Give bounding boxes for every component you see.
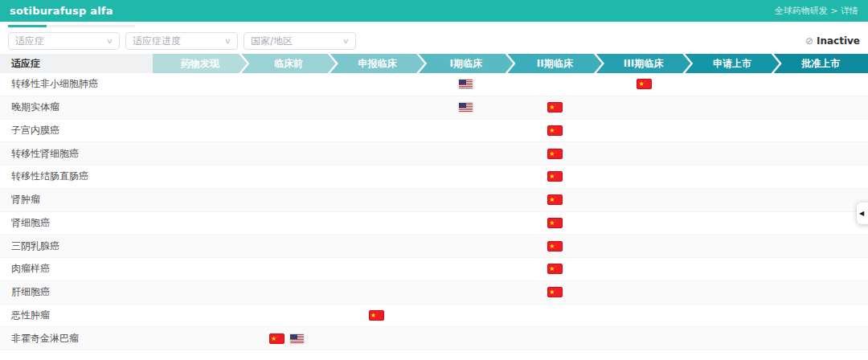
phase-label: II期临床: [537, 58, 573, 69]
tab-track: [8, 25, 135, 27]
phase-label: 临床前: [274, 58, 303, 69]
phase-cell: [600, 120, 689, 142]
indication-filter-select[interactable]: 适应症 ∨: [8, 32, 120, 50]
phase-cell: [779, 258, 868, 280]
drug-detail-page: sotiburafusp alfa 全球药物研发 > 详情 适应症 ∨ 适应症进…: [0, 0, 868, 360]
phase-cell: [600, 258, 689, 280]
phase-cell: [690, 258, 779, 280]
us-flag-icon[interactable]: [458, 102, 473, 112]
pipeline-rows: 转移性非小细胞肺癌★⁖晚期实体瘤★⁖子宫内膜癌★⁖转移性肾细胞癌★⁖转移性结肠直…: [0, 73, 868, 350]
phase-cell: [153, 305, 242, 327]
phase-cell: [600, 305, 689, 327]
progress-filter-select[interactable]: 适应症进度 ∨: [125, 32, 238, 50]
phase-cell: [779, 120, 868, 142]
china-flag-icon[interactable]: ★⁖: [547, 241, 563, 252]
phase-cell: [600, 212, 689, 235]
phase-label: 申请上市: [713, 58, 751, 69]
phase-cell: ★⁖: [510, 258, 600, 280]
phase-cell: [153, 166, 242, 188]
active-tab-indicator: [8, 25, 47, 27]
china-flag-icon[interactable]: ★⁖: [547, 125, 563, 136]
china-flag-icon[interactable]: ★⁖: [637, 79, 652, 89]
us-flag-icon[interactable]: [289, 333, 305, 344]
phase-header-segment: 药物发现: [153, 54, 247, 73]
table-row: 非霍奇金淋巴瘤★⁖: [0, 327, 868, 350]
phase-cell: [421, 258, 510, 280]
phase-cell: [242, 120, 331, 142]
indication-label: 恶性肿瘤: [0, 309, 153, 322]
phase-cell: [153, 120, 242, 142]
phase-cell: [242, 235, 331, 257]
region-filter-select[interactable]: 国家/地区 ∨: [244, 32, 356, 50]
phase-cell: [690, 327, 779, 350]
chevron-down-icon: ∨: [342, 37, 350, 45]
table-row: 三阴乳腺癌★⁖: [0, 235, 868, 258]
breadcrumb[interactable]: 全球药物研发 > 详情: [775, 5, 858, 17]
table-row: 转移性非小细胞肺癌★⁖: [0, 73, 868, 96]
phase-header-segment: 申报临床: [330, 54, 424, 73]
drug-title: sotiburafusp alfa: [10, 5, 113, 17]
phase-cell: [690, 96, 779, 119]
indication-column-header: 适应症: [0, 54, 153, 73]
phase-cell: ★⁖: [510, 142, 600, 165]
china-flag-icon[interactable]: ★⁖: [547, 264, 563, 274]
china-flag-icon[interactable]: ★⁖: [547, 194, 563, 205]
phase-cell: [153, 142, 242, 165]
china-flag-icon[interactable]: ★⁖: [547, 287, 563, 297]
inactive-label: Inactive: [817, 35, 860, 47]
us-flag-canton: [290, 334, 297, 339]
table-row: 肉瘤样癌★⁖: [0, 258, 868, 281]
phase-cell: [242, 96, 331, 119]
phase-cell: [421, 166, 510, 188]
phase-label: 批准上市: [801, 58, 840, 69]
phase-cell: ★⁖: [332, 305, 421, 327]
collapse-panel-button[interactable]: ◀: [857, 202, 868, 224]
phase-cell: [690, 189, 779, 211]
china-flag-icon[interactable]: ★⁖: [547, 171, 563, 182]
phase-cell: [421, 96, 510, 119]
table-row: 肾细胞癌★⁖: [0, 212, 868, 235]
phase-cell: [421, 305, 510, 327]
phase-cell: [332, 189, 421, 211]
cn-flag-small-stars: ⁖: [555, 264, 556, 268]
phase-cell: [600, 96, 689, 119]
phase-header-segment: III期临床: [596, 54, 690, 73]
cn-flag-small-stars: ⁖: [555, 219, 556, 223]
china-flag-icon[interactable]: ★⁖: [547, 218, 563, 228]
phase-header-segment: 申请上市: [685, 54, 779, 73]
table-row: 子宫内膜癌★⁖: [0, 120, 868, 143]
indication-label: 肾肿瘤: [0, 193, 153, 207]
china-flag-icon[interactable]: ★⁖: [369, 310, 384, 321]
phase-cell: [779, 305, 868, 327]
phase-cell: [779, 166, 868, 188]
indication-label: 子宫内膜癌: [0, 124, 153, 137]
phase-cell: [242, 281, 331, 304]
phase-cell: ★⁖: [510, 96, 600, 119]
phase-cell: [421, 212, 510, 235]
phase-cell: [242, 73, 331, 96]
us-flag-canton: [459, 103, 466, 108]
us-flag-icon[interactable]: [458, 79, 473, 89]
cn-flag-small-stars: ⁖: [555, 103, 556, 107]
china-flag-icon[interactable]: ★⁖: [547, 102, 563, 112]
phase-cell: ★⁖: [242, 327, 331, 350]
phase-cell: ★⁖: [510, 281, 600, 304]
phase-cell: ★⁖: [510, 120, 600, 142]
region-filter-placeholder: 国家/地区: [251, 35, 293, 48]
indication-filter-placeholder: 适应症: [15, 35, 44, 48]
phase-cell: [332, 166, 421, 188]
phase-cell: [242, 166, 331, 188]
phase-cell: [332, 73, 421, 96]
phase-cell: [421, 73, 510, 96]
phase-cell: [421, 281, 510, 304]
table-row: 转移性结肠直肠癌★⁖: [0, 166, 868, 189]
china-flag-icon[interactable]: ★⁖: [269, 333, 285, 344]
phase-cell: [600, 235, 689, 257]
inactive-toggle[interactable]: ⊘ Inactive: [805, 35, 860, 47]
phase-cell: [332, 142, 421, 165]
china-flag-icon[interactable]: ★⁖: [547, 149, 563, 159]
phase-cell: [779, 235, 868, 257]
cn-flag-small-stars: ⁖: [276, 334, 278, 338]
cn-flag-small-stars: ⁖: [644, 80, 645, 84]
phase-cell: [153, 235, 242, 257]
